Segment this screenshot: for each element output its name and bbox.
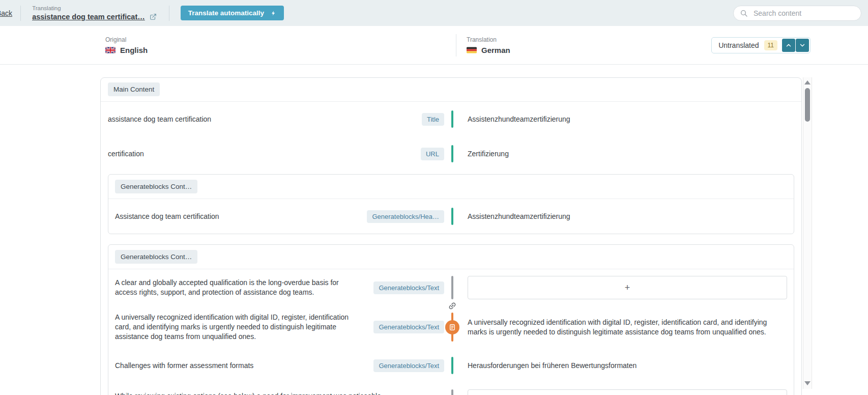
- translation-row: Challenges with former assessment format…: [115, 348, 787, 383]
- translation-cell[interactable]: Assistenzhundteamzertifizierung: [468, 212, 787, 221]
- chevron-down-icon: [799, 42, 806, 49]
- search-box[interactable]: [733, 6, 861, 21]
- translation-language-name: German: [481, 46, 510, 54]
- previous-string-button[interactable]: [782, 39, 795, 52]
- scroll-up-icon[interactable]: [804, 80, 811, 84]
- translation-cell[interactable]: Zertifizierung: [468, 149, 794, 159]
- type-badge: Title: [422, 113, 444, 126]
- vertical-scrollbar[interactable]: [803, 77, 812, 389]
- translation-cell: +: [468, 389, 787, 395]
- translating-label: Translating: [32, 5, 157, 11]
- translation-row: Assistance dog team certificationGenerat…: [115, 199, 787, 234]
- source-text: certification: [108, 149, 421, 159]
- top-bar: Back Translating assistance dog team cer…: [0, 0, 868, 26]
- status-bar: [451, 357, 453, 374]
- source-text: While reviewing existing options (see be…: [115, 391, 403, 395]
- translation-row: certificationURLZertifizierung: [108, 136, 794, 171]
- translate-automatically-button[interactable]: Translate automatically: [181, 6, 284, 20]
- filter-label: Untranslated: [713, 41, 764, 49]
- block-header: Generateblocks Cont…: [115, 175, 787, 193]
- status-bar: [451, 110, 453, 128]
- language-bar: Original English Translation German Untr…: [0, 26, 868, 65]
- suggestion-icon: [445, 320, 459, 334]
- section-header: Main Content: [108, 78, 794, 96]
- source-text: A clear and globally accepted qualificat…: [115, 278, 373, 297]
- page-title-link[interactable]: assistance dog team certificat…: [32, 13, 145, 21]
- chevron-up-icon: [785, 42, 792, 49]
- content-block-box: Generateblocks Cont…A clear and globally…: [108, 244, 794, 395]
- translation-language-block: Translation German: [467, 36, 510, 54]
- type-badge: Generateblocks/Hea…: [367, 210, 444, 223]
- content-block-box: Generateblocks Cont…Assistance dog team …: [108, 174, 794, 234]
- original-language-block: Original English: [105, 36, 456, 54]
- source-text: Challenges with former assessment format…: [115, 361, 373, 371]
- type-badge: Generateblocks/Text: [373, 321, 444, 333]
- section-badge: Main Content: [108, 82, 160, 96]
- translation-cell[interactable]: Herausforderungen bei früheren Bewertung…: [468, 361, 787, 371]
- source-text: A universally recognized identification …: [115, 313, 373, 342]
- status-bar: [451, 389, 453, 395]
- scrollbar-thumb[interactable]: [805, 88, 810, 122]
- status-bar: [451, 313, 453, 342]
- external-link-icon[interactable]: [150, 13, 157, 20]
- scroll-down-icon[interactable]: [804, 381, 811, 385]
- translation-label: Translation: [467, 36, 510, 43]
- status-bar: [451, 208, 453, 225]
- status-bar: [451, 276, 453, 299]
- block-header: Generateblocks Cont…: [115, 245, 787, 264]
- german-flag-icon: [467, 47, 477, 53]
- translate-automatically-label: Translate automatically: [188, 9, 264, 17]
- translation-strings-panel: Main Content assistance dog team certifi…: [100, 77, 802, 395]
- translation-cell[interactable]: Assistenzhundteamzertifizierung: [468, 115, 794, 124]
- original-label: Original: [105, 36, 456, 43]
- translation-cell[interactable]: A universally recognized identification …: [468, 318, 787, 337]
- divider: [20, 6, 21, 21]
- link-icon: [448, 301, 457, 311]
- search-icon: [740, 9, 748, 17]
- status-bar: [451, 145, 453, 162]
- translation-cell: +: [468, 276, 787, 299]
- original-language-name: English: [120, 46, 148, 54]
- uk-flag-icon: [105, 47, 115, 53]
- block-badge: Generateblocks Cont…: [115, 180, 197, 193]
- untranslated-count-badge: 11: [764, 40, 777, 50]
- bolt-icon: [271, 10, 276, 17]
- type-badge: URL: [421, 148, 444, 160]
- untranslated-filter[interactable]: Untranslated 11: [711, 37, 811, 53]
- block-badge: Generateblocks Cont…: [115, 250, 197, 264]
- source-text: assistance dog team certification: [108, 115, 422, 124]
- back-link[interactable]: Back: [0, 9, 12, 17]
- divider: [169, 6, 169, 21]
- divider: [456, 34, 456, 57]
- add-translation-button[interactable]: +: [468, 276, 787, 299]
- type-badge: Generateblocks/Text: [373, 359, 444, 372]
- add-translation-button[interactable]: +: [468, 389, 787, 395]
- translation-row: While reviewing existing options (see be…: [115, 383, 787, 395]
- translating-block: Translating assistance dog team certific…: [32, 5, 157, 21]
- translation-row: assistance dog team certificationTitleAs…: [108, 102, 794, 136]
- source-text: Assistance dog team certification: [115, 212, 367, 221]
- translation-row: A universally recognized identification …: [115, 306, 787, 348]
- search-input[interactable]: [753, 9, 855, 18]
- type-badge: Generateblocks/Text: [373, 281, 444, 294]
- next-string-button[interactable]: [796, 39, 809, 52]
- translation-editor-app: { "topbar": { "back": "Back", "translati…: [0, 0, 868, 395]
